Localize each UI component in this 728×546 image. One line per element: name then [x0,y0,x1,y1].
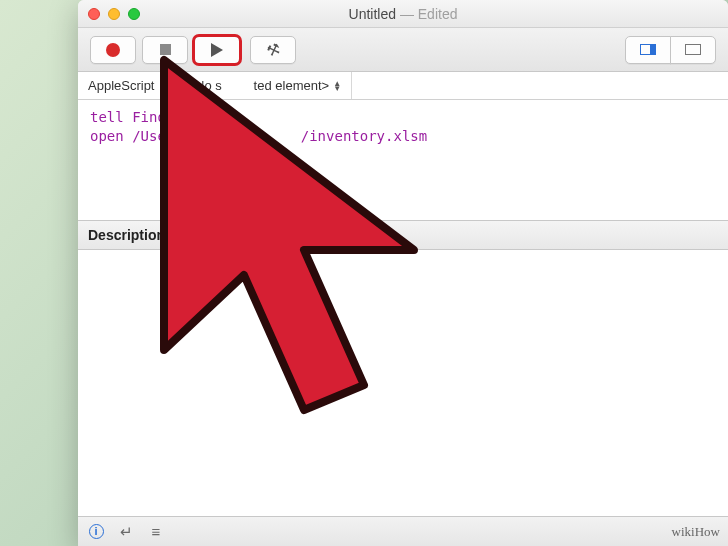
run-button[interactable] [194,36,240,64]
navigation-bar: AppleScript ▲▼ <No s elec ted element> ▲… [78,72,728,100]
wikihow-watermark: wikiHow [672,524,720,540]
toolbar: ⚒ [78,28,728,72]
description-body[interactable] [78,250,728,516]
minimize-icon[interactable] [108,8,120,20]
list-button[interactable]: ≡ [148,524,164,540]
code-line: open /Users/kate/XXXXXXXX/inventory.xlsm [90,127,716,146]
panel-left-icon [640,44,656,55]
title-text: Untitled [349,6,396,22]
record-button[interactable] [90,36,136,64]
titlebar: Untitled — Edited [78,0,728,28]
description-header: Description [78,220,728,250]
close-icon[interactable] [88,8,100,20]
build-button[interactable]: ⚒ [250,36,296,64]
chevron-updown-icon: ▲▼ [333,81,341,91]
status-bar: i ↵ ≡ [78,516,728,546]
panel-right-button[interactable] [670,36,716,64]
return-icon: ↵ [120,523,133,541]
stop-icon [160,44,171,55]
title-status: — Edited [400,6,458,22]
panel-left-button[interactable] [625,36,671,64]
record-icon [106,43,120,57]
zoom-icon[interactable] [128,8,140,20]
script-editor-window: Untitled — Edited ⚒ [78,0,728,546]
info-button[interactable]: i [88,524,104,540]
element-label-left: <No s [187,78,221,93]
info-icon: i [89,524,104,539]
list-icon: ≡ [152,523,161,540]
element-label-right: ted element> [254,78,330,93]
panel-right-icon [685,44,701,55]
chevron-updown-icon: ▲▼ [158,81,166,91]
return-button[interactable]: ↵ [118,524,134,540]
code-editor[interactable]: tell Finder open /Users/kate/XXXXXXXX/in… [78,100,728,220]
language-label: AppleScript [88,78,154,93]
play-icon [211,43,223,57]
code-line: tell Finder [90,108,716,127]
stop-button[interactable] [142,36,188,64]
language-selector[interactable]: AppleScript ▲▼ [78,72,177,99]
element-selector[interactable]: <No s elec ted element> ▲▼ [177,72,352,99]
panel-toggle-group [626,36,716,64]
hammer-icon: ⚒ [264,39,282,60]
window-title: Untitled — Edited [78,6,728,22]
window-controls [88,8,140,20]
